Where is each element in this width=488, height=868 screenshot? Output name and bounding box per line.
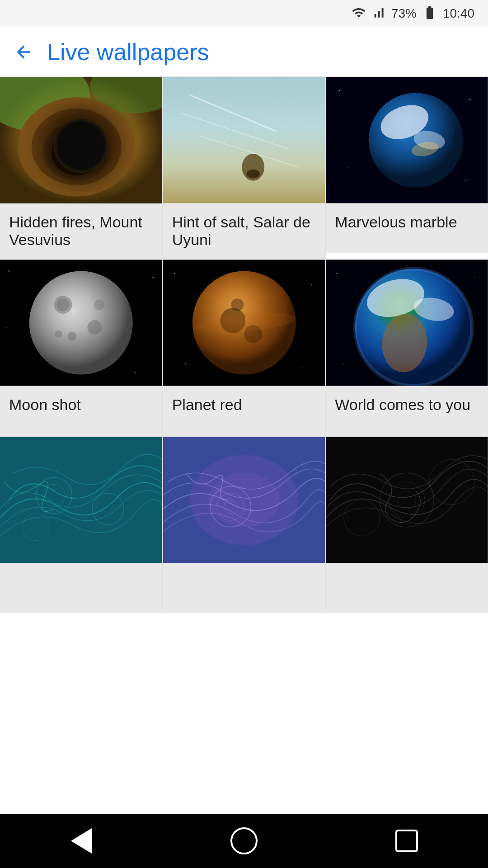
wallpaper-thumb-teal-wind bbox=[0, 437, 162, 563]
thumb-teal-wind-image bbox=[0, 437, 162, 563]
thumb-hint-salt-image bbox=[163, 77, 325, 203]
svg-point-33 bbox=[67, 332, 76, 341]
svg-point-44 bbox=[231, 298, 244, 311]
wallpaper-label-dark-wind bbox=[326, 563, 488, 613]
wallpaper-item-world-comes[interactable]: World comes to you bbox=[326, 259, 488, 436]
wallpaper-item-moon-shot[interactable]: Moon shot bbox=[0, 259, 162, 436]
wallpaper-label-marvelous-marble: Marvelous marble bbox=[326, 203, 488, 253]
main-content: Hidden fires, Mount Vesuvius bbox=[0, 77, 488, 667]
svg-point-47 bbox=[337, 273, 338, 274]
wallpaper-label-hint-of-salt: Hint of salt, Salar de Uyuni bbox=[163, 203, 325, 259]
nav-recent-button[interactable] bbox=[389, 823, 425, 859]
svg-point-24 bbox=[8, 270, 9, 272]
clock: 10:40 bbox=[443, 6, 474, 21]
svg-point-38 bbox=[311, 284, 312, 285]
svg-point-29 bbox=[29, 271, 133, 374]
svg-point-34 bbox=[94, 299, 104, 310]
wallpaper-thumb-hint-of-salt bbox=[163, 77, 325, 203]
svg-point-16 bbox=[348, 167, 349, 168]
svg-point-35 bbox=[55, 330, 62, 338]
svg-rect-7 bbox=[163, 77, 325, 203]
svg-point-40 bbox=[302, 368, 303, 368]
thumb-planet-red-image bbox=[163, 259, 325, 386]
wifi-icon bbox=[352, 5, 366, 22]
wallpaper-item-hidden-fires[interactable]: Hidden fires, Mount Vesuvius bbox=[0, 77, 162, 259]
wallpaper-item-planet-red[interactable]: Planet red bbox=[163, 259, 325, 436]
signal-icon bbox=[371, 5, 386, 22]
thumb-moon-shot-image bbox=[0, 259, 162, 386]
wallpaper-label-moon-shot: Moon shot bbox=[0, 386, 162, 436]
svg-point-15 bbox=[469, 99, 471, 100]
bottom-nav bbox=[0, 814, 488, 868]
wallpaper-grid: Hidden fires, Mount Vesuvius bbox=[0, 77, 488, 613]
svg-point-25 bbox=[152, 277, 154, 278]
wallpaper-thumb-marvelous-marble bbox=[326, 77, 488, 203]
wallpaper-thumb-hidden-fires bbox=[0, 77, 162, 203]
wallpaper-label-hidden-fires: Hidden fires, Mount Vesuvius bbox=[0, 203, 162, 259]
wallpaper-thumb-moon-shot bbox=[0, 259, 162, 386]
home-nav-icon bbox=[230, 827, 258, 854]
svg-point-22 bbox=[369, 93, 463, 187]
svg-point-49 bbox=[343, 363, 344, 364]
thumb-blue-wind-image bbox=[163, 437, 325, 563]
wallpaper-thumb-dark-wind bbox=[326, 437, 488, 563]
svg-point-27 bbox=[134, 372, 136, 373]
back-nav-icon bbox=[71, 828, 92, 854]
wallpaper-item-hint-of-salt[interactable]: Hint of salt, Salar de Uyuni bbox=[163, 77, 325, 259]
recent-nav-icon bbox=[395, 830, 418, 852]
thumb-hidden-fires-image bbox=[0, 77, 162, 203]
page-title: Live wallpapers bbox=[47, 38, 209, 66]
svg-point-28 bbox=[6, 327, 7, 328]
svg-point-12 bbox=[246, 170, 260, 179]
wallpaper-thumb-planet-red bbox=[163, 259, 325, 386]
battery-icon bbox=[422, 5, 437, 22]
wallpaper-item-blue-wind[interactable] bbox=[163, 437, 325, 613]
svg-point-17 bbox=[465, 180, 466, 181]
svg-point-26 bbox=[27, 359, 28, 359]
svg-point-14 bbox=[339, 90, 340, 91]
wallpaper-item-teal-wind[interactable] bbox=[0, 437, 162, 613]
app-bar: Live wallpapers bbox=[0, 27, 488, 77]
svg-point-31 bbox=[57, 298, 70, 311]
svg-point-32 bbox=[87, 320, 102, 335]
wallpaper-thumb-world-comes bbox=[326, 259, 488, 386]
svg-point-37 bbox=[174, 273, 175, 274]
wallpaper-thumb-blue-wind bbox=[163, 437, 325, 563]
status-bar: 73% 10:40 bbox=[0, 0, 488, 27]
wallpaper-label-teal-wind bbox=[0, 563, 162, 613]
back-button[interactable] bbox=[14, 42, 33, 62]
wallpaper-label-blue-wind bbox=[163, 563, 325, 613]
thumb-dark-wind-image bbox=[326, 437, 488, 563]
nav-back-button[interactable] bbox=[63, 823, 99, 859]
nav-home-button[interactable] bbox=[226, 823, 262, 859]
status-icons: 73% 10:40 bbox=[352, 5, 474, 22]
wallpaper-item-marvelous-marble[interactable]: Marvelous marble bbox=[326, 77, 488, 259]
svg-point-39 bbox=[185, 363, 186, 364]
wallpaper-label-world-comes: World comes to you bbox=[326, 386, 488, 436]
wallpaper-item-dark-wind[interactable] bbox=[326, 437, 488, 613]
thumb-marvelous-marble-image bbox=[326, 77, 488, 203]
svg-point-6 bbox=[52, 130, 102, 175]
thumb-world-comes-image bbox=[326, 259, 488, 386]
wallpaper-label-planet-red: Planet red bbox=[163, 386, 325, 436]
svg-rect-66 bbox=[326, 437, 488, 563]
svg-point-48 bbox=[474, 277, 475, 278]
battery-percent: 73% bbox=[391, 6, 417, 21]
